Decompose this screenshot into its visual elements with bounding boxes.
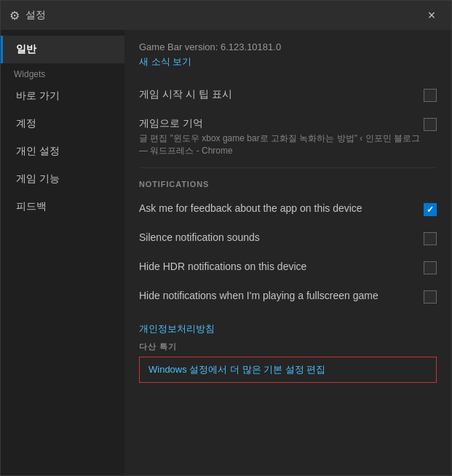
divider-1 — [139, 167, 437, 168]
sidebar-item-shortcuts[interactable]: 바로 가기 — [1, 82, 124, 110]
hide-hdr-checkbox-wrapper — [424, 260, 437, 274]
ask-feedback-row: Ask me for feedback about the app on thi… — [139, 194, 437, 223]
hide-fullscreen-checkbox[interactable] — [424, 290, 437, 304]
news-link[interactable]: 새 소식 보기 — [139, 55, 437, 68]
show-tips-checkbox-wrapper — [424, 87, 437, 102]
hide-fullscreen-checkbox-wrapper — [424, 289, 437, 304]
privacy-link[interactable]: 개인정보처리방침 — [139, 322, 437, 336]
silence-sounds-checkbox-wrapper — [424, 231, 437, 245]
remember-game-checkbox-wrapper — [424, 116, 437, 131]
sidebar: 일반 Widgets 바로 가기 계정 개인 설정 게임 기능 피드백 — [1, 30, 124, 475]
notifications-header: NOTIFICATIONS — [139, 180, 437, 189]
hide-hdr-label: Hide HDR notifications on this device — [139, 260, 424, 274]
settings-window: ⚙ 설정 × 일반 Widgets 바로 가기 계정 개인 설정 게임 기능 피… — [0, 0, 452, 476]
hide-fullscreen-row: Hide notifications when I'm playing a fu… — [139, 282, 437, 311]
silence-sounds-checkbox[interactable] — [424, 232, 437, 245]
remember-game-sublabel: 글 편집 "윈도우 xbox game bar로 고화질 녹화하는 방법" ‹ … — [139, 132, 424, 157]
window-content: 일반 Widgets 바로 가기 계정 개인 설정 게임 기능 피드백 Game… — [1, 30, 451, 475]
ask-feedback-checkbox-wrapper — [424, 202, 437, 216]
ask-feedback-label: Ask me for feedback about the app on thi… — [139, 202, 424, 216]
show-tips-row: 게임 시작 시 팁 표시 — [139, 80, 437, 109]
ask-feedback-checkbox[interactable] — [424, 203, 437, 216]
sidebar-item-game-features[interactable]: 게임 기능 — [1, 165, 124, 193]
sidebar-item-account[interactable]: 계정 — [1, 110, 124, 138]
title-bar: ⚙ 설정 × — [1, 1, 451, 30]
silence-sounds-label: Silence notification sounds — [139, 231, 424, 245]
silence-sounds-row: Silence notification sounds — [139, 223, 437, 253]
settings-icon: ⚙ — [9, 9, 20, 23]
main-content: Game Bar version: 6.123.10181.0 새 소식 보기 … — [124, 30, 451, 475]
hide-hdr-row: Hide HDR notifications on this device — [139, 253, 437, 282]
more-settings-section: 다산 특기 Windows 설정에서 더 많은 기본 설정 편집 — [139, 341, 437, 383]
remember-game-label: 게임으로 기억 — [139, 116, 424, 131]
close-button[interactable]: × — [421, 4, 443, 26]
sidebar-section-widgets: Widgets — [1, 63, 124, 82]
remember-game-row: 게임으로 기억 글 편집 "윈도우 xbox game bar로 고화질 녹화하… — [139, 109, 437, 164]
more-settings-header: 다산 특기 — [139, 341, 437, 352]
sidebar-item-personalization[interactable]: 개인 설정 — [1, 138, 124, 165]
sidebar-item-feedback[interactable]: 피드백 — [1, 193, 124, 221]
remember-game-checkbox[interactable] — [424, 118, 437, 131]
windows-settings-link[interactable]: Windows 설정에서 더 많은 기본 설정 편집 — [139, 357, 437, 383]
title-bar-left: ⚙ 설정 — [9, 9, 46, 23]
show-tips-checkbox[interactable] — [424, 89, 437, 102]
window-title: 설정 — [25, 9, 46, 22]
hide-fullscreen-label: Hide notifications when I'm playing a fu… — [139, 289, 424, 304]
sidebar-item-general[interactable]: 일반 — [1, 36, 124, 63]
version-text: Game Bar version: 6.123.10181.0 — [139, 41, 437, 52]
show-tips-label: 게임 시작 시 팁 표시 — [139, 87, 424, 102]
remember-game-text: 게임으로 기억 글 편집 "윈도우 xbox game bar로 고화질 녹화하… — [139, 116, 424, 157]
hide-hdr-checkbox[interactable] — [424, 261, 437, 274]
